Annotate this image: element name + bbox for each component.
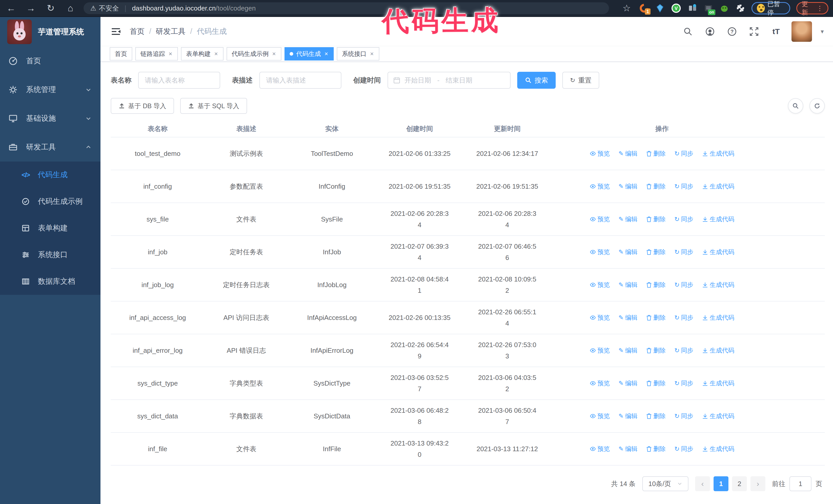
sync-link[interactable]: ↻ 同步 (674, 182, 693, 190)
fullscreen-icon[interactable] (747, 25, 761, 38)
date-range-picker[interactable]: 开始日期 - 结束日期 (387, 72, 510, 89)
edit-link[interactable]: ✎ 编辑 (618, 379, 638, 387)
breadcrumb-home[interactable]: 首页 (130, 26, 145, 37)
sync-link[interactable]: ↻ 同步 (674, 314, 693, 322)
sync-link[interactable]: ↻ 同步 (674, 379, 693, 387)
delete-link[interactable]: 删除 (646, 149, 666, 158)
generate-code-link[interactable]: 生成代码 (702, 346, 734, 355)
preview-link[interactable]: 预览 (590, 149, 610, 158)
toggle-search-button[interactable] (788, 98, 803, 114)
browser-menu-dots-icon[interactable]: ⋮ (816, 5, 823, 12)
sidebar-item-home[interactable]: 首页 (0, 47, 100, 75)
sync-link[interactable]: ↻ 同步 (674, 281, 693, 289)
sync-link[interactable]: ↻ 同步 (674, 248, 693, 256)
sidebar-item-form-builder[interactable]: 表单构建 (0, 215, 100, 241)
edit-link[interactable]: ✎ 编辑 (618, 215, 638, 223)
sync-link[interactable]: ↻ 同步 (674, 412, 693, 420)
generate-code-link[interactable]: 生成代码 (702, 314, 734, 322)
delete-link[interactable]: 删除 (646, 445, 666, 453)
preview-link[interactable]: 预览 (590, 281, 610, 289)
sidebar-item-infrastructure[interactable]: 基础设施 (0, 104, 100, 133)
edit-link[interactable]: ✎ 编辑 (618, 346, 638, 355)
extension-icon-orange[interactable]: 1 (639, 3, 649, 14)
tab-codegen[interactable]: 代码生成 × (285, 47, 334, 61)
paused-extension-pill[interactable]: 已暂停 (752, 2, 790, 14)
delete-link[interactable]: 删除 (646, 215, 666, 223)
preview-link[interactable]: 预览 (590, 182, 610, 190)
generate-code-link[interactable]: 生成代码 (702, 281, 734, 289)
preview-link[interactable]: 预览 (590, 314, 610, 322)
logo-area[interactable]: 芋道管理系统 (0, 17, 100, 47)
sync-link[interactable]: ↻ 同步 (674, 346, 693, 355)
generate-code-link[interactable]: 生成代码 (702, 182, 734, 190)
tab-home[interactable]: 首页 (110, 47, 132, 61)
github-icon[interactable] (703, 25, 717, 38)
sidebar-item-system-api[interactable]: 系统接口 (0, 241, 100, 268)
extension-icon-dark-on[interactable]: on (704, 3, 713, 14)
generate-code-link[interactable]: 生成代码 (702, 412, 734, 420)
tab-codegen-example[interactable]: 代码生成示例 × (227, 47, 281, 61)
page-size-select[interactable]: 10条/页 (642, 476, 688, 491)
bookmark-star-icon[interactable]: ☆ (620, 1, 633, 15)
sync-link[interactable]: ↻ 同步 (674, 149, 693, 158)
edit-link[interactable]: ✎ 编辑 (618, 182, 638, 190)
delete-link[interactable]: 删除 (646, 412, 666, 420)
extension-icon-gem[interactable] (655, 3, 665, 14)
close-icon[interactable]: × (370, 50, 374, 57)
browser-back-button[interactable]: ← (5, 1, 18, 15)
page-button-1[interactable]: 1 (714, 476, 729, 491)
search-button[interactable]: 搜索 (517, 72, 556, 89)
sync-link[interactable]: ↻ 同步 (674, 445, 693, 453)
edit-link[interactable]: ✎ 编辑 (618, 445, 638, 453)
generate-code-link[interactable]: 生成代码 (702, 445, 734, 453)
close-icon[interactable]: × (168, 50, 173, 57)
reset-button[interactable]: ↻ 重置 (562, 72, 599, 89)
help-icon[interactable]: ? (725, 25, 739, 38)
sidebar-item-codegen-example[interactable]: 代码生成示例 (0, 188, 100, 215)
sidebar-item-database-docs[interactable]: 数据库文档 (0, 268, 100, 295)
browser-forward-button[interactable]: → (24, 1, 38, 15)
extensions-puzzle-icon[interactable] (736, 3, 745, 14)
extension-icon-sliders[interactable] (687, 3, 697, 14)
browser-update-button[interactable]: 更新 ⋮ (796, 2, 828, 14)
extension-icon-check[interactable]: V (671, 3, 681, 14)
extension-icon-green-creature[interactable] (719, 3, 729, 14)
edit-link[interactable]: ✎ 编辑 (618, 281, 638, 289)
sidebar-item-dev-tools[interactable]: 研发工具 (0, 133, 100, 162)
sidebar-collapse-icon[interactable] (110, 25, 122, 38)
edit-link[interactable]: ✎ 编辑 (618, 248, 638, 256)
preview-link[interactable]: 预览 (590, 412, 610, 420)
generate-code-link[interactable]: 生成代码 (702, 379, 734, 387)
delete-link[interactable]: 删除 (646, 248, 666, 256)
tab-system-api[interactable]: 系统接口 × (337, 47, 379, 61)
edit-link[interactable]: ✎ 编辑 (618, 412, 638, 420)
search-icon[interactable] (681, 25, 695, 38)
avatar-caret-down-icon[interactable]: ▾ (821, 28, 824, 35)
browser-reload-button[interactable]: ↻ (44, 1, 57, 15)
preview-link[interactable]: 预览 (590, 346, 610, 355)
edit-link[interactable]: ✎ 编辑 (618, 314, 638, 322)
import-db-button[interactable]: 基于 DB 导入 (111, 98, 174, 114)
generate-code-link[interactable]: 生成代码 (702, 215, 734, 223)
close-icon[interactable]: × (324, 50, 329, 57)
goto-page-input[interactable] (789, 476, 811, 491)
sidebar-item-codegen[interactable]: </> 代码生成 (0, 162, 100, 188)
preview-link[interactable]: 预览 (590, 379, 610, 387)
sidebar-item-system-management[interactable]: 系统管理 (0, 75, 100, 104)
delete-link[interactable]: 删除 (646, 346, 666, 355)
prev-page-button[interactable]: ‹ (695, 476, 710, 491)
delete-link[interactable]: 删除 (646, 314, 666, 322)
breadcrumb-dev-tools[interactable]: 研发工具 (156, 26, 186, 37)
generate-code-link[interactable]: 生成代码 (702, 248, 734, 256)
delete-link[interactable]: 删除 (646, 182, 666, 190)
generate-code-link[interactable]: 生成代码 (702, 149, 734, 158)
refresh-table-button[interactable] (809, 98, 825, 114)
table-name-input[interactable] (138, 72, 220, 89)
delete-link[interactable]: 删除 (646, 379, 666, 387)
import-sql-button[interactable]: 基于 SQL 导入 (180, 98, 247, 114)
page-button-2[interactable]: 2 (732, 476, 747, 491)
font-size-icon[interactable]: tT (769, 25, 783, 38)
edit-link[interactable]: ✎ 编辑 (618, 149, 638, 158)
tab-form-builder[interactable]: 表单构建 × (181, 47, 223, 61)
not-secure-warning[interactable]: ⚠ 不安全 (90, 4, 119, 13)
